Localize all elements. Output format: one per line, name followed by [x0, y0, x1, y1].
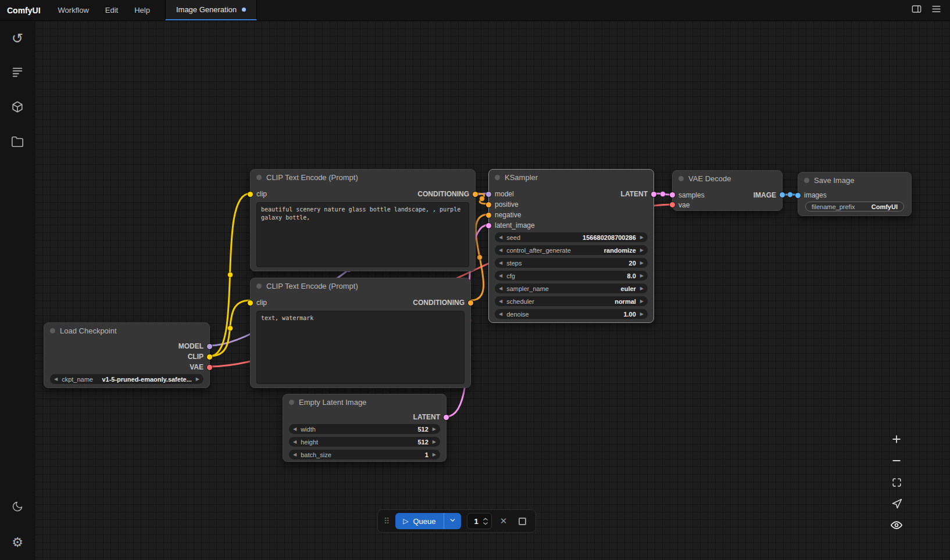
increment-arrow-icon[interactable]: ▶	[428, 437, 440, 447]
zoom-in-button[interactable]	[890, 433, 903, 447]
sidebar-item-model-library[interactable]	[0, 91, 35, 125]
batch-count-input[interactable]: 1	[467, 513, 492, 529]
toggle-panel-button[interactable]	[907, 2, 926, 19]
latent-port[interactable]	[486, 223, 491, 228]
input-slot-clip[interactable]: clip	[256, 297, 267, 308]
clip-port[interactable]	[248, 300, 253, 306]
node-clip-text-encode-negative[interactable]: CLIP Text Encode (Prompt) clip CONDITION…	[250, 278, 471, 388]
decrement-arrow-icon[interactable]: ◀	[495, 296, 506, 306]
tab-image-generation[interactable]: Image Generation	[165, 0, 257, 20]
collapse-dot-icon[interactable]	[256, 283, 262, 289]
decrement-arrow-icon[interactable]: ◀	[495, 258, 506, 268]
decrement-arrow-icon[interactable]: ◀	[289, 437, 301, 447]
prompt-textarea[interactable]: text, watermark	[256, 311, 465, 384]
sidebar-item-history[interactable]: ↺	[0, 21, 35, 56]
decrement-arrow-icon[interactable]: ◀	[495, 245, 506, 255]
queue-options-button[interactable]	[444, 513, 461, 529]
decrement-arrow-icon[interactable]: ◀	[495, 232, 506, 242]
clip-port[interactable]	[248, 192, 253, 197]
clear-queue-button[interactable]: ✕	[498, 516, 510, 526]
cfg-widget[interactable]: ◀ cfg 8.0 ▶	[495, 271, 648, 281]
input-slot-negative[interactable]: negative	[489, 210, 521, 220]
output-slot-conditioning[interactable]: CONDITIONING	[413, 297, 465, 308]
width-widget[interactable]: ◀ width 512 ▶	[289, 424, 440, 434]
drag-handle-icon[interactable]: ⠿	[384, 517, 390, 525]
conditioning-port[interactable]	[486, 202, 491, 207]
latent-port[interactable]	[651, 192, 656, 197]
node-empty-latent-image[interactable]: Empty Latent Image LATENT ◀ width 512 ▶ …	[283, 394, 447, 462]
latent-port[interactable]	[670, 192, 675, 198]
collapse-dot-icon[interactable]	[678, 176, 684, 181]
sidebar-item-node-library[interactable]	[0, 56, 35, 91]
increment-arrow-icon[interactable]: ▶	[636, 258, 648, 268]
prompt-textarea[interactable]: beautiful scenery nature glass bottle la…	[256, 202, 469, 267]
conditioning-port[interactable]	[468, 300, 473, 306]
input-slot-latent-image[interactable]: latent_image	[489, 220, 535, 231]
next-value-arrow-icon[interactable]: ▶	[192, 374, 203, 384]
node-header[interactable]: Empty Latent Image	[283, 394, 446, 410]
sampler-name-widget[interactable]: ◀ sampler_name euler ▶	[495, 283, 648, 293]
step-down-icon[interactable]	[483, 522, 488, 526]
increment-arrow-icon[interactable]: ▶	[636, 232, 648, 242]
decrement-arrow-icon[interactable]: ◀	[495, 309, 506, 319]
output-slot-conditioning[interactable]: CONDITIONING	[417, 189, 469, 199]
image-port[interactable]	[795, 193, 801, 198]
increment-arrow-icon[interactable]: ▶	[636, 271, 648, 281]
output-slot-latent[interactable]: LATENT	[413, 412, 446, 422]
collapse-dot-icon[interactable]	[50, 328, 55, 333]
vae-port[interactable]	[207, 365, 212, 370]
decrement-arrow-icon[interactable]: ◀	[289, 424, 301, 434]
collapse-dot-icon[interactable]	[256, 175, 262, 180]
app-logo[interactable]: ComfyUI	[0, 0, 50, 20]
node-save-image[interactable]: Save Image images filename_prefix ComfyU…	[798, 172, 912, 216]
input-slot-samples[interactable]: samples	[673, 190, 705, 200]
node-header[interactable]: VAE Decode	[673, 171, 782, 186]
increment-arrow-icon[interactable]: ▶	[636, 309, 648, 319]
decrement-arrow-icon[interactable]: ◀	[289, 450, 301, 460]
input-slot-clip[interactable]: clip	[256, 189, 267, 199]
output-slot-vae[interactable]: VAE	[190, 362, 209, 372]
node-header[interactable]: CLIP Text Encode (Prompt)	[251, 170, 475, 185]
input-slot-images[interactable]: images	[798, 190, 827, 200]
increment-arrow-icon[interactable]: ▶	[636, 296, 648, 306]
latent-port[interactable]	[444, 415, 449, 420]
increment-arrow-icon[interactable]: ▶	[636, 283, 648, 293]
node-vae-decode[interactable]: VAE Decode samples IMAGE vae	[672, 170, 783, 211]
scheduler-widget[interactable]: ◀ scheduler normal ▶	[495, 296, 648, 306]
sidebar-item-settings[interactable]: ⚙	[0, 525, 35, 560]
decrement-arrow-icon[interactable]: ◀	[495, 283, 506, 293]
main-menu-button[interactable]	[927, 2, 945, 19]
zoom-out-button[interactable]	[890, 455, 903, 469]
ckpt-name-widget[interactable]: ◀ ckpt_name v1-5-pruned-emaonly.safete..…	[50, 374, 203, 384]
toggle-link-visibility-button[interactable]	[890, 519, 903, 533]
collapse-dot-icon[interactable]	[495, 175, 500, 180]
clip-port[interactable]	[207, 354, 212, 360]
queue-button[interactable]: ▷ Queue	[395, 513, 443, 529]
node-header[interactable]: Save Image	[798, 173, 911, 188]
menu-help[interactable]: Help	[126, 0, 158, 20]
step-up-icon[interactable]	[483, 517, 488, 521]
collapse-dot-icon[interactable]	[804, 178, 809, 183]
sidebar-item-theme-toggle[interactable]	[0, 490, 35, 525]
model-port[interactable]	[486, 192, 491, 197]
fit-view-button[interactable]	[890, 476, 903, 490]
steps-widget[interactable]: ◀ steps 20 ▶	[495, 258, 648, 268]
select-mode-button[interactable]	[890, 498, 903, 512]
increment-arrow-icon[interactable]: ▶	[636, 245, 648, 255]
image-port[interactable]	[780, 192, 785, 198]
output-slot-clip[interactable]: CLIP	[188, 351, 209, 362]
increment-arrow-icon[interactable]: ▶	[428, 424, 440, 434]
stop-button[interactable]	[519, 518, 526, 525]
decrement-arrow-icon[interactable]: ◀	[495, 271, 506, 281]
filename-prefix-widget[interactable]: filename_prefix ComfyUI	[805, 202, 904, 211]
output-slot-latent[interactable]: LATENT	[621, 189, 653, 199]
batch-size-widget[interactable]: ◀ batch_size 1 ▶	[289, 450, 440, 460]
vae-port[interactable]	[670, 202, 675, 207]
control-after-generate-widget[interactable]: ◀ control_after_generate randomize ▶	[495, 245, 648, 255]
node-header[interactable]: Load Checkpoint	[44, 323, 209, 338]
sidebar-item-workflows[interactable]	[0, 125, 35, 160]
denoise-widget[interactable]: ◀ denoise 1.00 ▶	[495, 309, 648, 319]
node-load-checkpoint[interactable]: Load Checkpoint MODEL CLIP VAE ◀ ckpt_na…	[44, 322, 210, 388]
output-slot-image[interactable]: IMAGE	[753, 190, 782, 200]
menu-workflow[interactable]: Workflow	[50, 0, 97, 20]
